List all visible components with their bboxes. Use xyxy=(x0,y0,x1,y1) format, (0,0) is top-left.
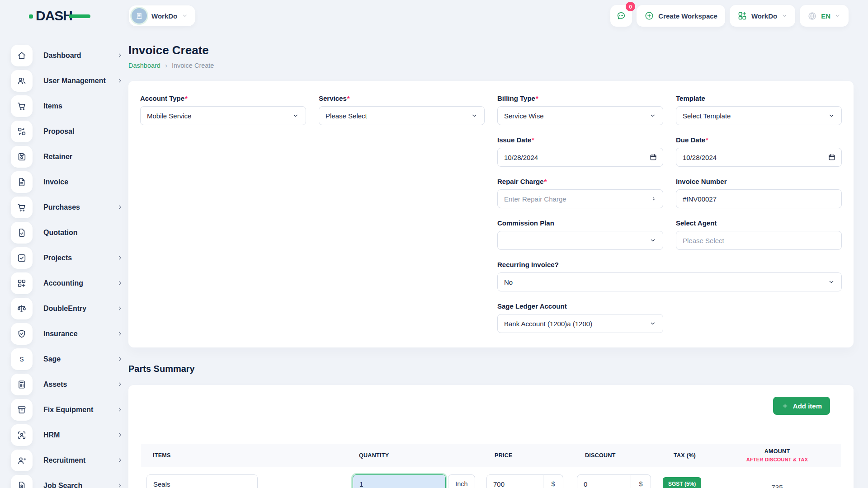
template-field: Template Select Template xyxy=(676,94,842,125)
sidebar-item-recruitment[interactable]: Recruitment xyxy=(11,449,128,471)
billing-type-select[interactable]: Service Wise xyxy=(497,106,663,125)
language-selector[interactable]: EN xyxy=(800,5,849,27)
billing-type-field: Billing Type* Service Wise xyxy=(497,94,663,125)
select-agent-field: Select Agent xyxy=(676,219,842,250)
chevron-down-icon xyxy=(471,112,478,119)
quantity-input[interactable] xyxy=(353,474,446,488)
item-name-input[interactable] xyxy=(146,474,258,488)
price-currency-addon: $ xyxy=(543,474,563,488)
sidebar-item-quotation[interactable]: Quotation xyxy=(11,221,128,244)
sidebar-item-doubleentry[interactable]: DoubleEntry xyxy=(11,297,128,319)
sage-ledger-account-select[interactable]: Bank Account (1200)a (1200) xyxy=(497,314,663,333)
building-icon xyxy=(135,12,143,20)
recurring-invoice-select[interactable]: No xyxy=(497,272,842,291)
chevron-right-icon xyxy=(117,482,123,488)
sidebar-item-projects[interactable]: Projects xyxy=(11,247,128,269)
workspace-switcher[interactable]: WorkDo xyxy=(730,5,795,27)
parts-table-header: ITEMS QUANTITY PRICE DISCOUNT TAX (%) AM… xyxy=(141,444,841,467)
add-item-button[interactable]: Add item xyxy=(773,397,830,415)
calendar-icon[interactable] xyxy=(828,153,836,161)
projects-icon xyxy=(11,247,33,269)
workspace-name: WorkDo xyxy=(151,12,177,20)
sidebar-item-dashboard[interactable]: Dashboard xyxy=(11,44,128,66)
sidebar-item-purchases[interactable]: Purchases xyxy=(11,196,128,218)
chevron-right-icon xyxy=(117,77,123,84)
messages-button[interactable]: 0 xyxy=(610,5,632,27)
sidebar-item-proposal[interactable]: Proposal xyxy=(11,120,128,142)
amount-cell: 735 xyxy=(713,474,841,488)
commission-plan-select[interactable] xyxy=(497,231,663,250)
accounting-icon xyxy=(11,272,33,294)
repair-charge-input[interactable] xyxy=(497,189,663,208)
required-marker: * xyxy=(185,94,188,102)
repair-charge-field: Repair Charge* xyxy=(497,178,663,208)
services-select[interactable]: Please Select xyxy=(319,106,485,125)
tax-badge[interactable]: SGST (5%) xyxy=(663,477,701,488)
quantity-unit-addon: Inch xyxy=(448,474,475,488)
table-row: Inch $ $ SGST (5%) xyxy=(141,474,841,488)
users-icon xyxy=(11,70,33,92)
sidebar-item-hrm[interactable]: HRM xyxy=(11,424,128,446)
chat-badge: 0 xyxy=(626,2,635,11)
grid-plus-icon xyxy=(737,11,747,21)
quantity-cell: Inch xyxy=(348,474,484,488)
logo-text: DASH xyxy=(36,8,72,23)
discount-cell: $ xyxy=(574,474,663,488)
sidebar-item-fix-equipment[interactable]: Fix Equipment xyxy=(11,399,128,421)
sidebar-item-accounting[interactable]: Accounting xyxy=(11,272,128,294)
issue-date-field: Issue Date* xyxy=(497,136,663,167)
language-code: EN xyxy=(821,12,830,20)
services-field: Services* Please Select xyxy=(319,94,485,125)
chevron-down-icon xyxy=(835,13,841,19)
discount-input[interactable] xyxy=(577,474,631,488)
chevron-right-icon xyxy=(117,356,123,362)
shield-check-icon xyxy=(11,323,33,345)
sidebar-item-insurance[interactable]: Insurance xyxy=(11,323,128,345)
template-select[interactable]: Select Template xyxy=(676,106,842,125)
invoice-number-field: Invoice Number xyxy=(676,178,842,208)
calendar-icon[interactable] xyxy=(649,153,657,161)
number-spinner-icon[interactable] xyxy=(650,195,657,202)
tax-cell: SGST (5%) xyxy=(663,474,713,488)
chevron-down-icon xyxy=(182,13,188,19)
invoice-number-input[interactable] xyxy=(676,189,842,208)
price-input[interactable] xyxy=(486,474,543,488)
workspace-selector[interactable]: WorkDo xyxy=(129,5,195,26)
sidebar-item-sage[interactable]: Sage xyxy=(11,348,128,370)
account-type-field: Account Type* Mobile Service xyxy=(140,94,306,125)
plus-icon xyxy=(781,402,789,410)
required-marker: * xyxy=(544,178,547,185)
breadcrumb-separator: › xyxy=(165,61,167,69)
select-agent-input[interactable] xyxy=(676,231,842,250)
chevron-right-icon xyxy=(117,254,123,261)
breadcrumb-current: Invoice Create xyxy=(172,62,214,69)
sidebar-item-job-search[interactable]: Job Search xyxy=(11,474,128,488)
create-workspace-button[interactable]: Create Workspace xyxy=(637,5,725,27)
create-workspace-label: Create Workspace xyxy=(658,12,717,20)
sidebar-item-items[interactable]: Items xyxy=(11,95,128,117)
sage-ledger-account-field: Sage Ledger Account Bank Account (1200)a… xyxy=(497,302,663,333)
breadcrumb-dashboard-link[interactable]: Dashboard xyxy=(128,62,160,69)
chevron-right-icon xyxy=(117,330,123,337)
file-person-icon xyxy=(11,475,33,488)
col-discount: DISCOUNT xyxy=(574,452,663,459)
sage-icon xyxy=(11,348,33,370)
invoice-icon xyxy=(11,171,33,193)
parts-table: ITEMS QUANTITY PRICE DISCOUNT TAX (%) AM… xyxy=(141,444,841,488)
sidebar-item-retainer[interactable]: Retainer xyxy=(11,145,128,168)
cart-icon xyxy=(11,95,33,117)
issue-date-input[interactable] xyxy=(497,148,663,167)
due-date-field: Due Date* xyxy=(676,136,842,167)
sidebar-item-user-management[interactable]: User Management xyxy=(11,70,128,92)
chevron-down-icon xyxy=(828,278,835,286)
sidebar-item-assets[interactable]: Assets xyxy=(11,373,128,395)
commission-plan-field: Commission Plan xyxy=(497,219,663,250)
sidebar: Dashboard User Management Items Proposal… xyxy=(0,32,128,488)
chevron-right-icon xyxy=(117,204,123,211)
workspace-avatar xyxy=(132,8,147,23)
sidebar-item-invoice[interactable]: Invoice xyxy=(11,171,128,193)
due-date-input[interactable] xyxy=(676,148,842,167)
account-type-select[interactable]: Mobile Service xyxy=(140,106,306,125)
breadcrumb: Dashboard › Invoice Create xyxy=(128,61,854,69)
app-logo[interactable]: DASH xyxy=(29,8,90,23)
